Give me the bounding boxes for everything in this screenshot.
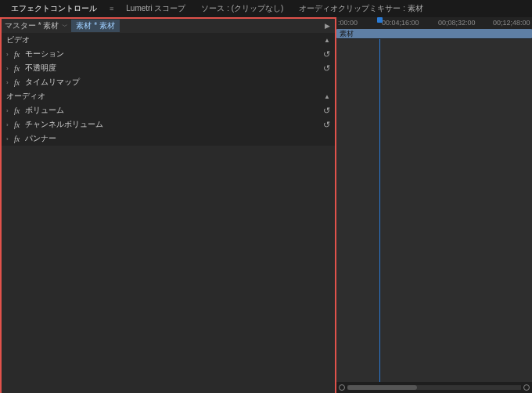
tick-label: 00:04;16:00 xyxy=(382,19,419,27)
effect-label: モーション xyxy=(25,49,64,59)
audio-section-header[interactable]: オーディオ ▲ xyxy=(2,89,335,103)
video-section-header[interactable]: ビデオ ▲ xyxy=(2,33,335,47)
fx-icon: fx xyxy=(14,78,25,87)
effect-label: パンナー xyxy=(25,133,56,144)
timeline-zoom-scroll xyxy=(336,382,532,393)
fx-icon: fx xyxy=(14,121,25,129)
chevron-right-icon[interactable]: › xyxy=(6,65,14,72)
timeline-ruler[interactable]: :00:00 00:04;16:00 00;08;32:00 00;12;48:… xyxy=(336,17,532,39)
reset-icon[interactable]: ↺ xyxy=(323,120,330,130)
master-clip-row[interactable]: マスター * 素材 ﹀ 素材 * 素材 ▶ xyxy=(2,19,335,33)
ruler-ticks: :00:00 00:04;16:00 00;08;32:00 00;12;48:… xyxy=(336,17,532,28)
tab-effect-controls[interactable]: エフェクトコントロール xyxy=(3,0,105,18)
effect-list-panel: マスター * 素材 ﹀ 素材 * 素材 ▶ ビデオ ▲ › fx モーション ↺… xyxy=(0,17,336,393)
effect-motion[interactable]: › fx モーション ↺ xyxy=(2,47,335,61)
fx-icon: fx xyxy=(14,50,25,59)
master-clip-name[interactable]: 素材 * 素材 xyxy=(71,20,119,32)
fx-icon: fx xyxy=(14,64,25,73)
tick-label: 00;12;48:00 xyxy=(493,19,530,27)
clip-bar-label: 素材 xyxy=(340,29,354,39)
tick-label: :00:00 xyxy=(338,19,358,27)
reset-icon[interactable]: ↺ xyxy=(323,49,330,59)
play-arrow-icon[interactable]: ▶ xyxy=(325,22,330,30)
chevron-down-icon[interactable]: ﹀ xyxy=(62,22,68,31)
playhead-line[interactable] xyxy=(379,39,380,382)
fx-icon: fx xyxy=(14,106,25,115)
playhead-handle-icon[interactable] xyxy=(377,17,383,23)
chevron-right-icon[interactable]: › xyxy=(6,135,14,142)
tab-audio-clip-mixer[interactable]: オーディオクリップミキサー : 素材 xyxy=(291,0,430,17)
effect-label: タイムリマップ xyxy=(25,77,80,88)
timeline-panel: :00:00 00:04;16:00 00;08;32:00 00;12;48:… xyxy=(336,17,532,393)
master-label: マスター * 素材 xyxy=(5,20,59,31)
effect-label: チャンネルボリューム xyxy=(25,119,103,130)
collapse-up-icon[interactable]: ▲ xyxy=(324,37,330,44)
main-area: マスター * 素材 ﹀ 素材 * 素材 ▶ ビデオ ▲ › fx モーション ↺… xyxy=(0,17,532,393)
effect-volume[interactable]: › fx ボリューム ↺ xyxy=(2,103,335,117)
reset-icon[interactable]: ↺ xyxy=(323,63,330,74)
fx-icon: fx xyxy=(14,135,25,143)
effect-label: ボリューム xyxy=(25,105,64,116)
reset-icon[interactable]: ↺ xyxy=(323,106,330,116)
zoom-in-handle[interactable] xyxy=(523,384,530,391)
zoom-out-handle[interactable] xyxy=(339,384,345,391)
chevron-right-icon[interactable]: › xyxy=(6,51,14,58)
video-section-label: ビデオ xyxy=(6,34,30,45)
scroll-thumb[interactable] xyxy=(347,385,417,390)
effect-time-remap[interactable]: › fx タイムリマップ xyxy=(2,75,335,89)
empty-panel-area xyxy=(2,146,335,393)
timeline-clip-bar[interactable]: 素材 xyxy=(336,29,532,38)
scroll-track[interactable] xyxy=(347,385,521,390)
tab-menu-icon[interactable]: ≡ xyxy=(105,5,118,13)
audio-section-label: オーディオ xyxy=(6,91,45,102)
timeline-body[interactable] xyxy=(336,39,532,382)
tab-lumetri-scopes[interactable]: Lumetri スコープ xyxy=(118,0,193,17)
tab-source[interactable]: ソース : (クリップなし) xyxy=(193,0,291,17)
tick-label: 00;08;32:00 xyxy=(438,19,476,27)
effect-label: 不透明度 xyxy=(25,63,56,74)
chevron-right-icon[interactable]: › xyxy=(6,79,14,86)
panel-tabs: エフェクトコントロール ≡ Lumetri スコープ ソース : (クリップなし… xyxy=(0,0,532,17)
effect-opacity[interactable]: › fx 不透明度 ↺ xyxy=(2,61,335,75)
collapse-up-icon[interactable]: ▲ xyxy=(324,93,330,100)
chevron-right-icon[interactable]: › xyxy=(6,107,14,114)
chevron-right-icon[interactable]: › xyxy=(6,121,14,128)
effect-panner[interactable]: › fx パンナー xyxy=(2,132,335,146)
effect-channel-volume[interactable]: › fx チャンネルボリューム ↺ xyxy=(2,117,335,132)
